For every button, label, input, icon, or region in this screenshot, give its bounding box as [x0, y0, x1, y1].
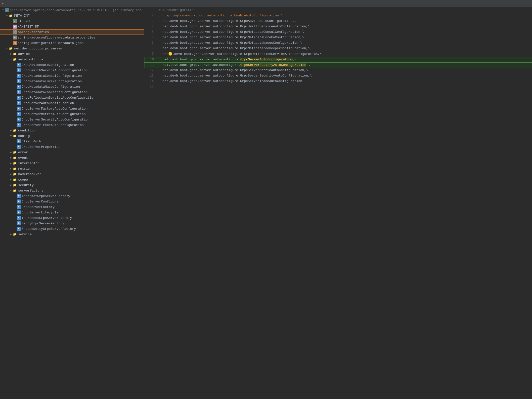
- tree-item[interactable]: C GrpcMetadataZookeeperConfiguration: [0, 89, 144, 95]
- file-tree[interactable]: ▼ J grpc-server-spring-boot-autoconfigur…: [0, 7, 144, 399]
- expand-arrow[interactable]: ▶: [9, 178, 13, 181]
- expand-arrow[interactable]: ▼: [5, 47, 9, 50]
- tree-item[interactable]: ▶ 📁 scope: [0, 177, 144, 182]
- tree-item[interactable]: C InProcessGrpcServerFactory: [0, 215, 144, 221]
- java-class-icon: C: [17, 90, 21, 94]
- tree-item[interactable]: C GrpcServerMetricAutoConfiguration: [0, 111, 144, 117]
- tree-item[interactable]: C ShadedNettyGrpcServerFactory: [0, 226, 144, 232]
- tree-item[interactable]: ▶ 📁 error: [0, 150, 144, 155]
- tree-item[interactable]: ▶ 📁 advice: [0, 51, 144, 57]
- tree-item[interactable]: C GrpcServerSecurityAutoConfiguration: [0, 117, 144, 122]
- item-label: advice: [18, 52, 30, 56]
- tree-item[interactable]: C ClientAuth: [0, 139, 144, 144]
- tree-item[interactable]: ▶ 📁 interceptor: [0, 160, 144, 166]
- tree-item[interactable]: C GrpcServerAutoConfiguration: [0, 100, 144, 106]
- folder-icon: 📁: [13, 178, 17, 182]
- tree-item[interactable]: C GrpcServerTraceAutoConfiguration: [0, 122, 144, 128]
- line-content: # AutoConfiguration: [157, 8, 532, 12]
- expand-arrow[interactable]: ▶: [9, 151, 13, 154]
- expand-arrow[interactable]: ▼: [9, 58, 13, 61]
- tree-item[interactable]: ▼ 📁 autoconfigure: [0, 57, 144, 62]
- expand-arrow[interactable]: ▶: [9, 173, 13, 176]
- code-line: 13 net.devh.boot.grpc.server.autoconfigu…: [144, 74, 532, 79]
- tree-item[interactable]: C GrpcMetadataEurekaConfiguration: [0, 79, 144, 84]
- expand-arrow[interactable]: ▶: [9, 184, 13, 187]
- expand-arrow[interactable]: ▼: [9, 189, 13, 192]
- tree-item[interactable]: C GrpcServerLifecycle: [0, 210, 144, 215]
- item-label: GrpcAdviceAutoConfiguration: [22, 63, 74, 67]
- root-label: grpc-server-spring-boot-autoconfigure-2.…: [10, 8, 142, 12]
- item-label: ShadedNettyGrpcServerFactory: [22, 227, 76, 231]
- tree-item[interactable]: ▶ 📁 nameresolver: [0, 171, 144, 177]
- line-content: net.devh.boot.grpc.server.autoconfigure.…: [157, 79, 532, 83]
- java-class-icon: C: [17, 118, 21, 121]
- item-label: condition: [18, 129, 36, 132]
- tree-item[interactable]: {} spring-configuration-metadata.json: [0, 40, 144, 46]
- expand-arrow[interactable]: ▶: [9, 233, 13, 236]
- item-label: serverfactory: [18, 189, 43, 193]
- license-icon: L: [13, 19, 17, 23]
- tree-item[interactable]: P spring.factories: [0, 29, 144, 35]
- item-label: scope: [18, 178, 28, 182]
- line-number: 2: [144, 14, 157, 17]
- folder-icon: 📁: [13, 233, 17, 236]
- item-label: GrpcHealthServiceAutoConfiguration: [22, 69, 88, 72]
- item-label: service: [18, 233, 32, 236]
- tree-item[interactable]: P spring-autoconfigure-metadata.properti…: [0, 35, 144, 40]
- tree-item[interactable]: ▼ 📁 net.devh.boot.grpc.server: [0, 46, 144, 51]
- code-line: 3 net.devh.boot.grpc.server.autoconfigur…: [144, 19, 532, 24]
- tree-item[interactable]: ▶ 📁 event: [0, 155, 144, 160]
- tree-root-item[interactable]: ▼ J grpc-server-spring-boot-autoconfigur…: [0, 7, 144, 13]
- tree-item[interactable]: C AbstractGrpcServerFactory: [0, 193, 144, 199]
- line-content: net.devh.boot.grpc.server.autoconfigure.…: [157, 46, 532, 50]
- code-content: 1 # AutoConfiguration 2 org.springframew…: [144, 7, 532, 91]
- tree-item[interactable]: C NettyGrpcServerFactory: [0, 221, 144, 226]
- line-content: net.devh.boot.grpc.server.autoconfigure.…: [157, 74, 532, 78]
- tree-item[interactable]: C GrpcServerFactoryAutoConfiguration: [0, 106, 144, 111]
- line-number: 8: [144, 46, 157, 50]
- tree-item[interactable]: MF MANIFEST.MF: [0, 24, 144, 29]
- tree-item[interactable]: C GrpcServerProperties: [0, 144, 144, 150]
- folder-icon: 📁: [13, 167, 17, 171]
- expand-arrow[interactable]: ▼: [5, 14, 9, 17]
- expand-arrow[interactable]: ▶: [9, 167, 13, 170]
- tree-item[interactable]: C GrpcHealthServiceAutoConfiguration: [0, 68, 144, 73]
- tree-item[interactable]: ▼ 📁 META-INF: [0, 13, 144, 18]
- line-number: 7: [144, 41, 157, 45]
- tree-item[interactable]: ▶ 📁 service: [0, 232, 144, 237]
- item-label: GrpcServerTraceAutoConfiguration: [22, 123, 84, 127]
- item-label: security: [18, 183, 34, 187]
- tree-item[interactable]: ▼ 📁 config: [0, 133, 144, 139]
- tree-item[interactable]: C GrpcAdviceAutoConfiguration: [0, 62, 144, 68]
- expand-arrow[interactable]: ▼: [1, 9, 5, 12]
- tree-item[interactable]: C GrpcServerConfigurer: [0, 199, 144, 204]
- expand-arrow[interactable]: ▶: [9, 129, 13, 132]
- tree-item[interactable]: C GrpcReflectionServiceAutoConfiguration: [0, 95, 144, 100]
- code-line: 6 net.devh.boot.grpc.server.autoconfigur…: [144, 35, 532, 41]
- item-label: GrpcServerSecurityAutoConfiguration: [22, 118, 89, 121]
- tree-item[interactable]: ▶ 📁 condition: [0, 128, 144, 133]
- item-label: ClientAuth: [22, 140, 41, 143]
- line-number: 5: [144, 30, 157, 34]
- line-content: net.devh.boot.grpc.server.autoconfigure.…: [157, 25, 532, 28]
- line-number: 14: [144, 79, 157, 83]
- expand-arrow[interactable]: ▶: [9, 52, 13, 55]
- line-number: 13: [144, 74, 157, 78]
- folder-icon: 📁: [13, 189, 17, 193]
- expand-arrow[interactable]: ▶: [9, 162, 13, 165]
- java-class-icon: C: [17, 107, 21, 111]
- tree-item[interactable]: C GrpcMetadataNacosConfiguration: [0, 84, 144, 89]
- expand-arrow[interactable]: ▶: [9, 156, 13, 159]
- top-bar: ▶: [0, 0, 532, 7]
- tree-item[interactable]: ▶ 📁 security: [0, 182, 144, 188]
- java-class-icon: C: [17, 63, 21, 67]
- tree-item[interactable]: ▼ 📁 serverfactory: [0, 188, 144, 193]
- tree-item[interactable]: C GrpcServerFactory: [0, 204, 144, 210]
- expand-arrow[interactable]: ▼: [9, 135, 13, 137]
- line-content: net.devh.boot.grpc.server.autoconfigure.…: [157, 41, 532, 45]
- tree-item[interactable]: L LICENSE: [0, 18, 144, 24]
- code-line: 10 net.devh.boot.grpc.server.autoconfigu…: [144, 57, 532, 63]
- tree-item[interactable]: C GrpcMetadataConsulConfiguration: [0, 73, 144, 79]
- java-class-icon: C: [17, 216, 21, 220]
- tree-item[interactable]: ▶ 📁 metric: [0, 166, 144, 171]
